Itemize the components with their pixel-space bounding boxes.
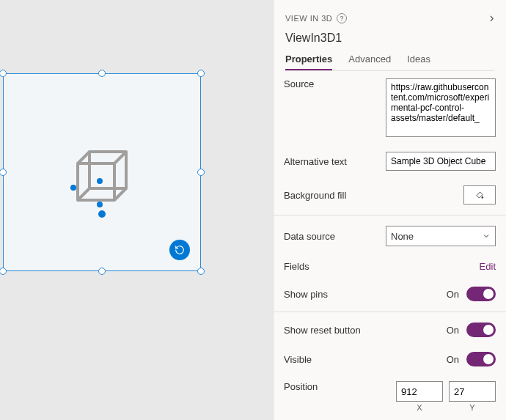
chevron-down-icon xyxy=(482,232,491,240)
paint-bucket-icon xyxy=(474,190,485,200)
visible-label: Visible xyxy=(284,354,379,365)
data-source-value: None xyxy=(391,231,414,242)
position-y-sub: Y xyxy=(469,403,474,412)
data-source-select[interactable]: None xyxy=(386,226,496,246)
position-x-input[interactable] xyxy=(396,381,443,402)
bg-fill-picker[interactable] xyxy=(463,185,496,205)
pin-icon xyxy=(97,202,103,207)
selected-control-bounds[interactable] xyxy=(3,73,201,271)
show-reset-label: Show reset button xyxy=(284,325,379,336)
resize-handle-top-mid[interactable] xyxy=(98,70,106,77)
resize-handle-bottom-left[interactable] xyxy=(0,268,7,275)
show-pins-state: On xyxy=(447,289,459,300)
resize-handle-bottom-mid[interactable] xyxy=(98,268,106,275)
show-pins-label: Show pins xyxy=(284,289,379,300)
component-name: ViewIn3D1 xyxy=(285,32,494,45)
pin-icon xyxy=(98,210,106,218)
data-source-label: Data source xyxy=(284,231,379,242)
tab-advanced[interactable]: Advanced xyxy=(348,54,391,70)
properties-body: Source Alternative text Background fill xyxy=(274,71,506,420)
chevron-right-icon[interactable]: › xyxy=(490,10,495,26)
position-x-sub: X xyxy=(417,403,422,412)
show-reset-toggle[interactable] xyxy=(466,323,496,337)
fields-label: Fields xyxy=(284,261,379,272)
visible-state: On xyxy=(447,354,459,365)
canvas-area xyxy=(0,0,273,420)
fields-edit-link[interactable]: Edit xyxy=(480,261,496,272)
position-y-input[interactable] xyxy=(449,381,496,402)
help-icon[interactable]: ? xyxy=(337,13,347,23)
panel-tabs: Properties Advanced Ideas xyxy=(285,54,494,71)
resize-handle-bottom-right[interactable] xyxy=(197,268,205,275)
svg-line-4 xyxy=(78,188,89,200)
show-reset-state: On xyxy=(447,325,459,336)
cube-icon xyxy=(73,147,132,209)
source-label: Source xyxy=(284,78,379,89)
three-d-preview[interactable] xyxy=(76,156,128,207)
properties-panel: VIEW IN 3D ? › ViewIn3D1 Properties Adva… xyxy=(273,0,506,420)
svg-line-2 xyxy=(78,152,89,163)
pin-icon xyxy=(97,178,103,184)
svg-line-3 xyxy=(114,152,126,163)
breadcrumb: VIEW IN 3D xyxy=(285,14,332,23)
resize-handle-top-right[interactable] xyxy=(197,70,205,77)
pin-icon xyxy=(70,185,76,191)
tab-properties[interactable]: Properties xyxy=(285,54,332,70)
bg-fill-label: Background fill xyxy=(284,190,379,201)
resize-handle-mid-right[interactable] xyxy=(197,169,205,176)
alt-text-input[interactable] xyxy=(386,152,496,171)
resize-handle-top-left[interactable] xyxy=(0,70,7,77)
source-input[interactable] xyxy=(386,78,496,137)
position-label: Position xyxy=(284,381,379,392)
svg-line-5 xyxy=(114,188,126,200)
alt-text-label: Alternative text xyxy=(284,156,379,167)
reset-view-button[interactable] xyxy=(169,240,190,260)
resize-handle-mid-left[interactable] xyxy=(0,169,7,176)
show-pins-toggle[interactable] xyxy=(466,287,496,301)
reset-icon xyxy=(175,245,185,255)
visible-toggle[interactable] xyxy=(466,352,496,366)
tab-ideas[interactable]: Ideas xyxy=(407,54,430,70)
